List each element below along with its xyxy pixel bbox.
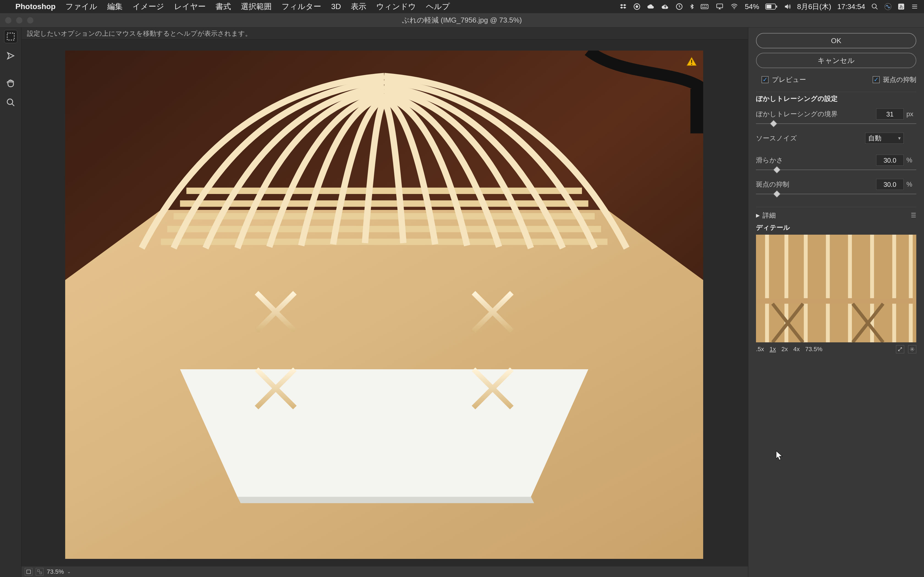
cloud-upload-icon[interactable]	[661, 3, 669, 10]
svg-rect-17	[7, 33, 14, 40]
svg-rect-51	[40, 572, 42, 574]
menu-select[interactable]: 選択範囲	[241, 2, 272, 12]
hand-tool[interactable]	[5, 77, 17, 90]
svg-point-9	[734, 8, 735, 9]
trace-bounds-label: ぼかしトレーシングの境界	[756, 110, 876, 118]
preview-checkbox[interactable]: プレビュー	[761, 75, 806, 84]
canvas-status-bar: 73.5% ⌄	[21, 566, 748, 577]
menu-layer[interactable]: レイヤー	[174, 2, 206, 12]
preview-checkbox-label: プレビュー	[772, 75, 806, 84]
battery-percent: 54%	[745, 2, 759, 11]
menu-file[interactable]: ファイル	[65, 2, 97, 12]
menubar-time[interactable]: 17:34:54	[837, 2, 865, 11]
svg-point-13	[872, 4, 876, 8]
menu-image[interactable]: イメージ	[132, 2, 164, 12]
svg-rect-8	[717, 4, 723, 8]
svg-rect-3	[701, 5, 708, 9]
zoom-half[interactable]: .5x	[756, 346, 764, 353]
battery-icon[interactable]	[765, 3, 777, 10]
minimize-window-icon[interactable]	[16, 17, 23, 24]
artifact-input[interactable]: 30.0	[876, 179, 904, 190]
spotlight-icon[interactable]	[871, 3, 878, 10]
artifact-label: 斑点の抑制	[756, 180, 876, 189]
window-title: ぶれの軽減 (IMG_7956.jpg @ 73.5%)	[402, 15, 522, 25]
smoothness-input[interactable]: 30.0	[876, 155, 904, 166]
checkbox-icon[interactable]	[872, 76, 880, 83]
blur-trace-section-title: ぼかしトレーシングの設定	[756, 92, 916, 107]
shake-reduction-panel: OK キャンセル プレビュー 斑点の抑制 ぼかしトレーシングの設定 ぼかしトレー…	[748, 27, 924, 577]
menu-type[interactable]: 書式	[216, 2, 231, 12]
cancel-button[interactable]: キャンセル	[756, 53, 916, 68]
menu-help[interactable]: ヘルプ	[426, 2, 450, 12]
zoom-current[interactable]: 73.5%	[805, 346, 822, 353]
menu-3d[interactable]: 3D	[331, 2, 341, 11]
svg-rect-50	[38, 570, 40, 572]
bluetooth-icon[interactable]	[689, 3, 695, 10]
keyboard-battery-icon[interactable]	[701, 3, 709, 10]
close-window-icon[interactable]	[5, 17, 11, 24]
source-noise-label: ソースノイズ	[756, 134, 865, 143]
left-toolbar	[0, 27, 21, 577]
menu-view[interactable]: 表示	[351, 2, 366, 12]
svg-rect-7	[702, 7, 707, 8]
trace-bounds-input[interactable]: 31	[876, 108, 904, 119]
direction-tool[interactable]	[5, 50, 17, 62]
smoothness-slider[interactable]	[756, 167, 916, 172]
app-name[interactable]: Photoshop	[15, 2, 55, 11]
options-bar: 設定したいオプションの上にマウスを移動するとヘルプが表示されます。	[21, 27, 748, 40]
svg-rect-12	[766, 5, 771, 8]
volume-icon[interactable]	[783, 3, 791, 10]
zoom-tool[interactable]	[5, 96, 17, 109]
airplay-icon[interactable]	[716, 3, 724, 10]
menubar-date[interactable]: 8月6日(木)	[797, 2, 831, 11]
source-noise-value: 自動	[868, 134, 881, 143]
canvas-zoom-value[interactable]: 73.5%	[47, 568, 64, 575]
smoothness-label: 滑らかさ	[756, 156, 876, 164]
advanced-label[interactable]: 詳細	[762, 211, 776, 220]
cloud-icon[interactable]	[647, 3, 655, 10]
window-titlebar: ぶれの軽減 (IMG_7956.jpg @ 73.5%)	[0, 13, 924, 27]
svg-rect-49	[27, 570, 31, 574]
undock-loupe-icon[interactable]	[896, 345, 904, 353]
panel-menu-icon[interactable]: ☰	[911, 212, 916, 219]
svg-point-1	[636, 5, 638, 8]
timemachine-icon[interactable]	[675, 3, 683, 10]
zoom-2x[interactable]: 2x	[782, 346, 788, 353]
fit-screen-icon[interactable]	[25, 568, 32, 575]
svg-marker-22	[237, 497, 534, 503]
menu-hamburger-icon[interactable]	[911, 3, 919, 10]
zoom-1x[interactable]: 1x	[769, 346, 776, 353]
blur-estimation-tool[interactable]	[5, 30, 17, 43]
svg-text:あ: あ	[899, 4, 903, 9]
menu-filter[interactable]: フィルター	[282, 2, 321, 12]
artifact-suppression-checkbox[interactable]: 斑点の抑制	[872, 75, 916, 84]
window-controls[interactable]	[5, 17, 34, 24]
menu-window[interactable]: ウィンドウ	[376, 2, 416, 12]
menu-edit[interactable]: 編集	[107, 2, 123, 12]
status-dot-icon[interactable]	[633, 3, 641, 10]
svg-rect-6	[706, 5, 707, 6]
zoom-4x[interactable]: 4x	[793, 346, 800, 353]
svg-point-18	[7, 99, 13, 105]
input-source-icon[interactable]: あ	[898, 3, 905, 10]
svg-rect-48	[691, 64, 692, 64]
detail-loupe[interactable]	[756, 235, 916, 342]
dropbox-icon[interactable]	[619, 3, 627, 10]
macos-menubar: Photoshop ファイル 編集 イメージ レイヤー 書式 選択範囲 フィルタ…	[0, 0, 924, 13]
warning-icon[interactable]	[686, 56, 698, 67]
trace-bounds-slider[interactable]	[756, 121, 916, 126]
loupe-settings-icon[interactable]	[908, 345, 916, 353]
options-hint: 設定したいオプションの上にマウスを移動するとヘルプが表示されます。	[27, 29, 252, 38]
zoom-dropdown-icon[interactable]: ⌄	[67, 569, 71, 574]
ok-button[interactable]: OK	[756, 33, 916, 48]
siri-icon[interactable]	[884, 3, 892, 10]
preview-canvas[interactable]	[65, 50, 703, 559]
checkbox-icon[interactable]	[761, 76, 769, 83]
wifi-icon[interactable]	[730, 3, 739, 10]
disclosure-triangle-icon[interactable]: ▶	[756, 213, 760, 218]
zoom-window-icon[interactable]	[27, 17, 34, 24]
svg-rect-4	[702, 5, 703, 6]
actual-pixels-icon[interactable]	[36, 568, 44, 575]
source-noise-select[interactable]: 自動	[865, 133, 904, 144]
artifact-slider[interactable]	[756, 192, 916, 197]
